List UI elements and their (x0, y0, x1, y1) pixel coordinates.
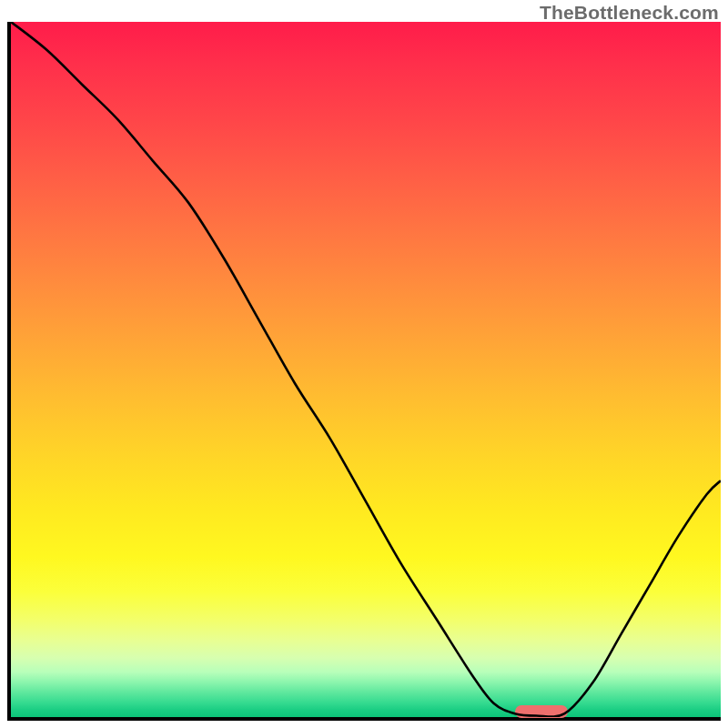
highlight-marker (515, 705, 568, 718)
chart-frame (7, 22, 721, 721)
watermark-text: TheBottleneck.com (540, 2, 719, 24)
chart-background-gradient (11, 22, 721, 717)
